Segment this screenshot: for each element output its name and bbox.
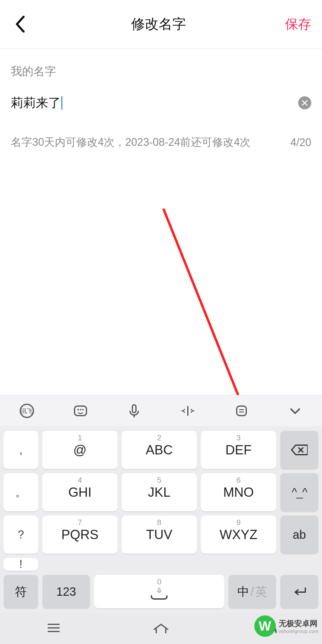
- ime-logo-button[interactable]: 讯飞: [16, 400, 38, 422]
- key-5-jkl[interactable]: 5JKL: [122, 473, 197, 511]
- key-space[interactable]: 0: [94, 575, 224, 608]
- key-1-at[interactable]: 1@: [42, 431, 117, 469]
- watermark-text: 无极安卓网 wjhotelgroup.com: [279, 618, 318, 634]
- mic-button[interactable]: [123, 400, 145, 422]
- key-ab[interactable]: ab: [280, 515, 318, 554]
- name-input-row: 莉莉来了: [11, 95, 311, 111]
- key-4-ghi[interactable]: 4GHI: [42, 473, 117, 511]
- key-9-wxyz[interactable]: 9WXYZ: [201, 515, 276, 554]
- key-comma[interactable]: ,: [4, 431, 38, 469]
- back-button[interactable]: [8, 12, 32, 36]
- clear-button[interactable]: [298, 96, 311, 109]
- back-chevron-icon: [15, 16, 25, 32]
- key-period[interactable]: 。: [4, 473, 38, 511]
- content-area: 我的名字 莉莉来了 名字30天内可修改4次，2023-08-24前还可修改4次 …: [0, 49, 322, 150]
- hint-row: 名字30天内可修改4次，2023-08-24前还可修改4次 4/20: [11, 135, 311, 150]
- svg-rect-7: [132, 405, 136, 413]
- keyboard-type-button[interactable]: [70, 400, 91, 422]
- key-backspace[interactable]: [280, 431, 318, 469]
- key-symbol[interactable]: 符: [4, 575, 38, 608]
- nav-recent[interactable]: [44, 621, 63, 636]
- key-enter[interactable]: [280, 575, 318, 608]
- collapse-keyboard-button[interactable]: [284, 400, 306, 422]
- watermark-logo: W: [254, 615, 276, 637]
- clipboard-button[interactable]: [231, 400, 252, 422]
- field-label: 我的名字: [11, 64, 311, 79]
- key-6-mno[interactable]: 6MNO: [201, 473, 276, 511]
- svg-rect-10: [237, 406, 246, 416]
- emoji-face-icon: ^_^: [292, 486, 307, 499]
- mic-small-icon: [156, 588, 162, 594]
- nav-home[interactable]: [151, 621, 171, 636]
- key-language[interactable]: 中/英: [228, 575, 276, 608]
- char-counter: 4/20: [290, 136, 311, 149]
- key-emoji[interactable]: ^_^: [280, 473, 318, 511]
- spacebar-icon: [151, 595, 168, 600]
- name-input[interactable]: 莉莉来了: [11, 95, 62, 111]
- watermark: W 无极安卓网 wjhotelgroup.com: [254, 615, 318, 637]
- keyboard-toolbar: 讯飞: [0, 395, 322, 426]
- save-button[interactable]: 保存: [285, 16, 311, 33]
- key-3-def[interactable]: 3DEF: [201, 431, 276, 469]
- name-input-value: 莉莉来了: [11, 95, 61, 111]
- svg-rect-3: [75, 406, 86, 416]
- hint-text: 名字30天内可修改4次，2023-08-24前还可修改4次: [11, 135, 250, 150]
- key-8-tuv[interactable]: 8TUV: [122, 515, 197, 554]
- text-caret: [61, 96, 62, 110]
- svg-rect-13: [158, 588, 160, 591]
- key-2-abc[interactable]: 2ABC: [122, 431, 197, 469]
- keyboard-bottom-row: 符 123 0 中/英: [0, 575, 322, 613]
- svg-point-6: [82, 409, 84, 410]
- svg-text:讯飞: 讯飞: [21, 408, 33, 414]
- header: 修改名字 保存: [0, 0, 322, 49]
- key-exclaim[interactable]: !: [4, 558, 38, 571]
- key-question[interactable]: ?: [4, 515, 38, 554]
- svg-point-4: [78, 409, 79, 410]
- close-icon: [301, 100, 308, 106]
- svg-point-5: [80, 409, 81, 410]
- cursor-move-button[interactable]: [177, 400, 199, 422]
- enter-icon: [292, 586, 307, 597]
- keyboard: 讯飞 , 1@ 2ABC 3DEF 。 4GHI 5JKL 6MNO ^_^ ?…: [0, 395, 322, 644]
- backspace-icon: [291, 444, 308, 456]
- page-title: 修改名字: [131, 15, 186, 33]
- key-123[interactable]: 123: [42, 575, 90, 608]
- keyboard-grid: , 1@ 2ABC 3DEF 。 4GHI 5JKL 6MNO ^_^ ? 7P…: [0, 426, 322, 575]
- key-7-pqrs[interactable]: 7PQRS: [42, 515, 117, 554]
